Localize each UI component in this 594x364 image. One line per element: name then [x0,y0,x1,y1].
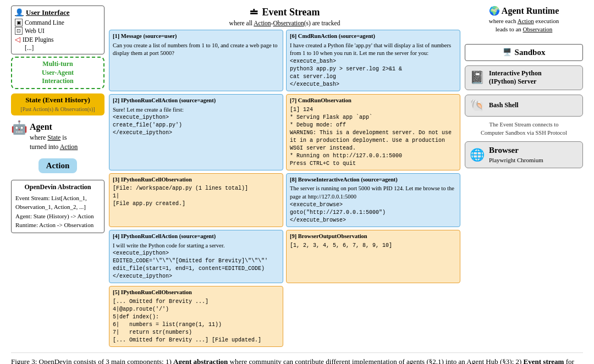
ui-more: [...] [15,45,101,51]
sandbox-box: 🖥️ Sandbox [465,44,583,61]
agent-runtime-title: 🌍 Agent Runtime [465,5,583,16]
opendevin-item-1: Observation_1, Action_2, ...] [15,202,100,212]
jupyter-icon: 📓 [470,70,485,85]
event-1: [1] Message (source=user) Can you create… [109,30,283,91]
browser-label: Browser Playwright Chromium [489,145,543,164]
events-grid: [1] Message (source=user) Can you create… [109,30,460,347]
opendevin-item-3: Runtime: Action -> Observation [15,220,100,230]
action-badge: Action [38,158,78,173]
cli-icon: ▣ [15,19,23,26]
diagram-area: 👤 User Interface ▣ Command Line ⊡ Web UI… [11,5,583,347]
sandbox-icon: 🖥️ [503,48,512,57]
event-3: [3] IPythonRunCellObservation [File: /wo… [109,173,283,227]
bash-shell: 🐚 Bash Shell [465,95,583,117]
agent-icon: 🤖 [11,121,28,134]
ssh-note: The Event Stream connects to Computer Sa… [465,121,583,137]
opendevin-item-2: Agent: State (History) -> Action [15,212,100,221]
user-interface-box: 👤 User Interface ▣ Command Line ⊡ Web UI… [11,5,105,54]
bash-icon: 🐚 [470,98,485,113]
event-4: [4] IPythonRunCellAction (source=agent) … [109,230,283,283]
agent-section: 🤖 Agent where State isturned into Action [11,121,105,152]
list-icon: ≐ [249,5,258,19]
ide-icon: ◁ [15,35,20,44]
event-stream-title: ≐ Event Stream [249,5,320,19]
event-9: [9] BrowserOutputObservation [1, 2, 3, 4… [286,230,460,283]
web-icon: ⊡ [15,27,23,35]
ipython-server: 📓 Interactive Python(IPython) Server [465,65,583,90]
event-7: [7] CmdRunObservation [1] 124* Serving F… [286,94,460,170]
state-box: State (Event History) [Past Action(s) & … [11,93,105,115]
bash-label: Bash Shell [489,101,519,110]
event-8: [8] BrowseInteractiveAction (source=agen… [286,173,460,227]
right-column: 🌍 Agent Runtime where each Action execut… [465,5,583,347]
opendevin-item-0: Event Stream: List[Action_1, [15,194,100,203]
ui-web: ⊡ Web UI [15,27,101,35]
ui-title: 👤 User Interface [15,8,101,17]
agent-text: Agent where State isturned into Action [30,121,78,152]
ui-ide: ◁ IDE Plugins [15,35,101,44]
figure-caption: Figure 3: OpenDevin consists of 3 main c… [11,352,583,364]
globe-icon: 🌍 [489,6,500,15]
opendevin-box: OpenDevin Abstraction Event Stream: List… [11,180,105,233]
left-column: 👤 User Interface ▣ Command Line ⊡ Web UI… [11,5,105,347]
event-2: [2] IPythonRunCellAction (source=agent) … [109,94,283,170]
user-icon: 👤 [15,8,24,17]
multi-turn-box: Multi-turn User-Agent Interaction [11,57,105,89]
middle-column: ≐ Event Stream where all Action-Observat… [109,5,460,347]
event-stream-sub: where all Action-Observation(s) are trac… [229,20,340,26]
agent-runtime-sub: where each Action executionleads to an O… [465,17,583,34]
event-6: [6] CmdRunAction (source=agent) I have c… [286,30,460,91]
browser-item: 🌐 Browser Playwright Chromium [465,141,583,168]
browser-icon: 🌐 [470,148,485,162]
event-5: [5] IPythonRunCellObservation [... Omitt… [109,286,283,347]
ui-cli: ▣ Command Line [15,19,101,26]
ipython-label: Interactive Python(IPython) Server [489,69,542,86]
